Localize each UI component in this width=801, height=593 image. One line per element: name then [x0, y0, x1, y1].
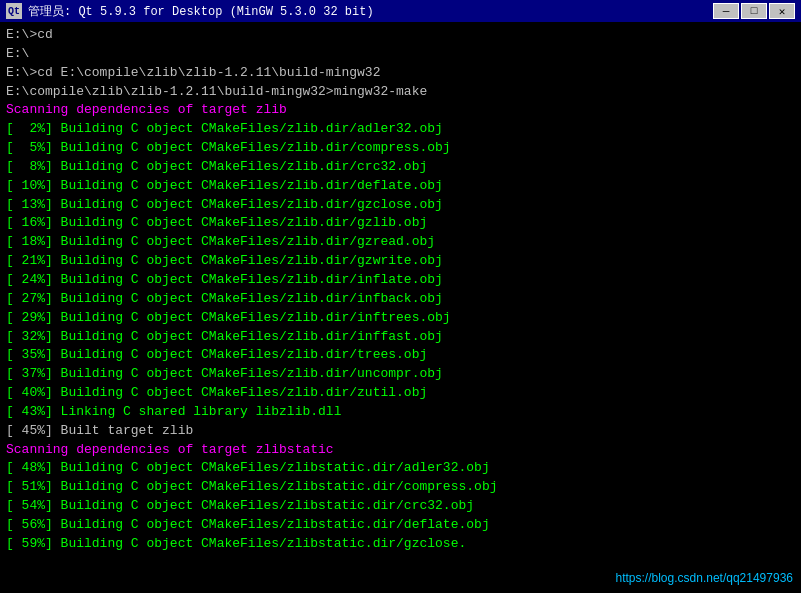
terminal-line: [ 29%] Building C object CMakeFiles/zlib… — [6, 309, 795, 328]
terminal-line: E:\ — [6, 45, 795, 64]
minimize-button[interactable]: — — [713, 3, 739, 19]
terminal-line: [ 43%] Linking C shared library libzlib.… — [6, 403, 795, 422]
terminal-line: E:\>cd E:\compile\zlib\zlib-1.2.11\build… — [6, 64, 795, 83]
terminal-line: [ 24%] Building C object CMakeFiles/zlib… — [6, 271, 795, 290]
title-bar-left: Qt 管理员: Qt 5.9.3 for Desktop (MinGW 5.3.… — [6, 3, 374, 20]
terminal-line: [ 40%] Building C object CMakeFiles/zlib… — [6, 384, 795, 403]
terminal-line: Scanning dependencies of target zlib — [6, 101, 795, 120]
title-bar-controls[interactable]: — □ ✕ — [713, 3, 795, 19]
terminal-line: E:\compile\zlib\zlib-1.2.11\build-mingw3… — [6, 83, 795, 102]
close-button[interactable]: ✕ — [769, 3, 795, 19]
terminal-line: [ 32%] Building C object CMakeFiles/zlib… — [6, 328, 795, 347]
terminal-line: [ 18%] Building C object CMakeFiles/zlib… — [6, 233, 795, 252]
terminal-line: Scanning dependencies of target zlibstat… — [6, 441, 795, 460]
terminal-line: [ 5%] Building C object CMakeFiles/zlib.… — [6, 139, 795, 158]
terminal-line: [ 54%] Building C object CMakeFiles/zlib… — [6, 497, 795, 516]
maximize-button[interactable]: □ — [741, 3, 767, 19]
terminal-line: E:\>cd — [6, 26, 795, 45]
terminal-line: [ 13%] Building C object CMakeFiles/zlib… — [6, 196, 795, 215]
terminal-line: [ 16%] Building C object CMakeFiles/zlib… — [6, 214, 795, 233]
window-title: 管理员: Qt 5.9.3 for Desktop (MinGW 5.3.0 3… — [28, 3, 374, 20]
watermark: https://blog.csdn.net/qq21497936 — [616, 571, 793, 585]
terminal-line: [ 8%] Building C object CMakeFiles/zlib.… — [6, 158, 795, 177]
terminal-line: [ 10%] Building C object CMakeFiles/zlib… — [6, 177, 795, 196]
terminal-line: [ 56%] Building C object CMakeFiles/zlib… — [6, 516, 795, 535]
terminal-line: [ 35%] Building C object CMakeFiles/zlib… — [6, 346, 795, 365]
terminal-line: [ 48%] Building C object CMakeFiles/zlib… — [6, 459, 795, 478]
app-icon: Qt — [6, 3, 22, 19]
terminal: E:\>cdE:\E:\>cd E:\compile\zlib\zlib-1.2… — [0, 22, 801, 593]
terminal-line: [ 2%] Building C object CMakeFiles/zlib.… — [6, 120, 795, 139]
terminal-line: [ 45%] Built target zlib — [6, 422, 795, 441]
terminal-line: [ 51%] Building C object CMakeFiles/zlib… — [6, 478, 795, 497]
terminal-line: [ 27%] Building C object CMakeFiles/zlib… — [6, 290, 795, 309]
title-bar: Qt 管理员: Qt 5.9.3 for Desktop (MinGW 5.3.… — [0, 0, 801, 22]
terminal-line: [ 37%] Building C object CMakeFiles/zlib… — [6, 365, 795, 384]
terminal-line: [ 59%] Building C object CMakeFiles/zlib… — [6, 535, 795, 554]
terminal-line: [ 21%] Building C object CMakeFiles/zlib… — [6, 252, 795, 271]
